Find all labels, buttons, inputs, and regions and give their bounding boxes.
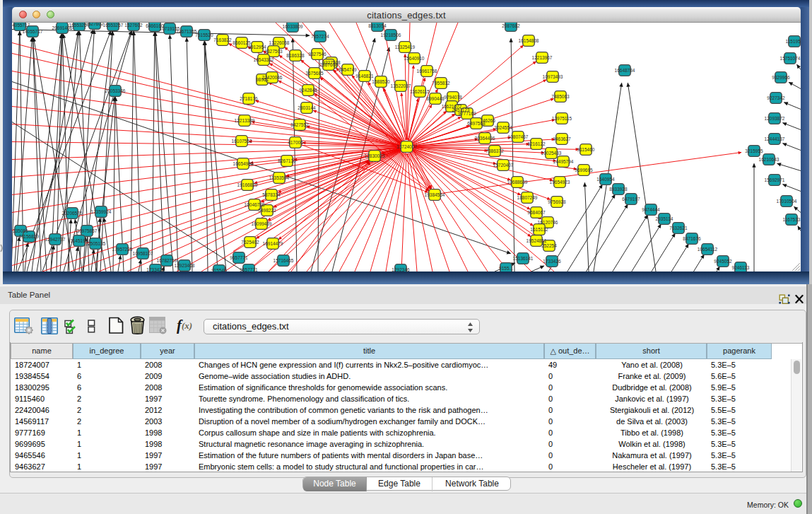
svg-text:9474444: 9474444 [642, 207, 660, 212]
svg-text:7625402: 7625402 [241, 240, 259, 245]
svg-text:3215955: 3215955 [745, 148, 763, 153]
svg-text:8267130: 8267130 [278, 158, 296, 163]
svg-text:9463627: 9463627 [553, 136, 571, 141]
svg-text:8933928: 8933928 [609, 187, 628, 192]
svg-text:16099489: 16099489 [252, 221, 272, 226]
svg-text:7857274: 7857274 [311, 34, 329, 39]
svg-text:14671355: 14671355 [177, 29, 197, 34]
svg-text:18724007: 18724007 [396, 144, 417, 149]
svg-text:2087682: 2087682 [502, 23, 520, 28]
svg-text:11325419: 11325419 [395, 45, 416, 49]
svg-text:19524851: 19524851 [526, 238, 547, 243]
svg-text:7515520: 7515520 [195, 33, 213, 37]
svg-text:20364436: 20364436 [475, 136, 495, 141]
svg-text:15716465: 15716465 [273, 258, 294, 263]
svg-text:16648784: 16648784 [615, 68, 635, 73]
svg-text:12213967: 12213967 [532, 55, 553, 60]
svg-text:9699695: 9699695 [575, 168, 593, 173]
svg-text:7163822: 7163822 [213, 37, 232, 42]
svg-text:8186328: 8186328 [286, 53, 305, 58]
svg-text:1527602: 1527602 [124, 23, 143, 28]
svg-text:20206576: 20206576 [62, 211, 83, 216]
svg-text:17010504: 17010504 [777, 199, 797, 204]
svg-text:6479197: 6479197 [622, 197, 640, 201]
svg-text:15751074: 15751074 [780, 56, 801, 61]
svg-text:8813054: 8813054 [368, 23, 387, 28]
svg-text:14055717: 14055717 [12, 23, 30, 28]
svg-text:13226058: 13226058 [269, 40, 290, 45]
svg-text:12942737: 12942737 [45, 237, 66, 242]
svg-text:9657771: 9657771 [230, 255, 248, 260]
svg-text:8427552: 8427552 [290, 122, 309, 127]
svg-text:16210643: 16210643 [759, 157, 779, 162]
svg-text:10688639: 10688639 [507, 180, 528, 185]
svg-text:1640954: 1640954 [596, 177, 615, 182]
svg-text:9756928: 9756928 [548, 199, 566, 204]
svg-text:16107552: 16107552 [232, 139, 252, 144]
svg-text:7386372: 7386372 [486, 148, 504, 153]
svg-text:12444137: 12444137 [765, 136, 785, 141]
svg-text:5498222: 5498222 [258, 208, 276, 213]
svg-text:746266: 746266 [480, 118, 495, 123]
svg-text:17359924: 17359924 [91, 209, 112, 214]
svg-text:16961758: 16961758 [417, 69, 437, 74]
svg-text:1527602: 1527602 [86, 23, 104, 26]
svg-text:11626115: 11626115 [410, 89, 430, 94]
svg-text:16154808: 16154808 [519, 38, 539, 43]
svg-text:12505135: 12505135 [86, 241, 106, 246]
svg-text:12213389: 12213389 [235, 118, 255, 123]
svg-text:8990448: 8990448 [426, 96, 445, 101]
svg-text:1733426: 1733426 [543, 259, 561, 264]
svg-text:11156829: 11156829 [19, 234, 39, 239]
svg-text:1292346: 1292346 [392, 267, 410, 271]
svg-text:7632621: 7632621 [669, 226, 688, 230]
svg-text:1151954: 1151954 [786, 39, 801, 44]
svg-text:3675685: 3675685 [305, 71, 324, 76]
svg-text:16654965: 16654965 [233, 161, 254, 166]
svg-text:12830023: 12830023 [365, 153, 385, 158]
svg-text:13975115: 13975115 [552, 116, 572, 121]
svg-text:5878334: 5878334 [262, 192, 281, 197]
svg-text:19166829: 19166829 [237, 182, 258, 187]
svg-text:16553257: 16553257 [103, 23, 124, 28]
svg-text:15640910: 15640910 [404, 56, 425, 61]
svg-text:12093872: 12093872 [765, 116, 785, 121]
svg-text:9146821: 9146821 [355, 74, 374, 78]
svg-text:19218506: 19218506 [381, 33, 401, 37]
svg-text:10025433: 10025433 [541, 151, 562, 156]
svg-text:9245052: 9245052 [714, 259, 732, 264]
svg-text:335061: 335061 [13, 228, 28, 233]
svg-text:7955812: 7955812 [432, 81, 450, 86]
svg-text:8912954: 8912954 [248, 45, 266, 49]
svg-text:1167533: 1167533 [783, 217, 801, 222]
svg-text:2935114: 2935114 [656, 216, 673, 221]
svg-text:9327503: 9327503 [264, 49, 283, 54]
svg-text:9794078: 9794078 [444, 95, 462, 100]
svg-text:6216122: 6216122 [527, 141, 546, 146]
svg-text:10973493: 10973493 [543, 74, 563, 79]
svg-text:8471676: 8471676 [683, 236, 701, 241]
svg-text:9327546: 9327546 [308, 52, 326, 57]
svg-text:9155...: 9155... [499, 266, 513, 271]
svg-text:2867608: 2867608 [319, 62, 338, 67]
svg-text:15692971: 15692971 [765, 177, 785, 182]
svg-text:14055717: 14055717 [23, 29, 43, 34]
svg-text:13522037: 13522037 [391, 83, 411, 88]
svg-text:9777169: 9777169 [458, 111, 476, 116]
svg-text:10046788: 10046788 [245, 202, 265, 207]
svg-text:11353594: 11353594 [269, 175, 290, 180]
svg-text:3024554: 3024554 [494, 125, 512, 130]
svg-text:10958107: 10958107 [133, 251, 153, 256]
svg-text:15136141: 15136141 [513, 256, 534, 261]
svg-text:9246113: 9246113 [732, 265, 750, 270]
svg-text:15720407: 15720407 [493, 163, 514, 168]
svg-text:10654112: 10654112 [698, 247, 718, 252]
svg-text:22420046: 22420046 [262, 75, 283, 80]
svg-text:7485063: 7485063 [551, 94, 570, 99]
svg-text:8454749: 8454749 [339, 67, 357, 72]
svg-text:9115460: 9115460 [577, 147, 595, 152]
svg-text:16543362: 16543362 [254, 57, 274, 62]
svg-text:10807467: 10807467 [508, 134, 529, 139]
svg-text:16782759: 16782759 [157, 258, 177, 263]
svg-text:252254: 252254 [541, 243, 557, 248]
